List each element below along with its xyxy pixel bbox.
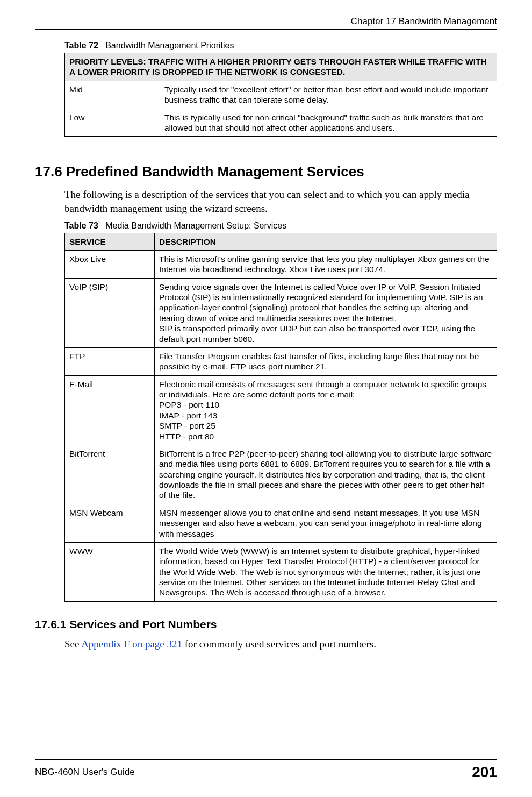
service-name: MSN Webcam [65,504,155,542]
table-row: Low This is typically used for non-criti… [65,109,497,137]
table73-col1-header: SERVICE [65,233,155,250]
table-row: FTP File Transfer Program enables fast t… [65,347,497,375]
table-row: Mid Typically used for "excellent effort… [65,81,497,109]
table73: SERVICE DESCRIPTION Xbox Live This is Mi… [64,233,497,602]
service-desc: The World Wide Web (WWW) is an Internet … [155,542,497,601]
table-row: MSN Webcam MSN messenger allows you to c… [65,504,497,542]
section-17-6-paragraph: The following is a description of the se… [64,188,497,215]
table72-caption-num: Table 72 [64,41,98,50]
table72: PRIORITY LEVELS: TRAFFIC WITH A HIGHER P… [64,53,497,137]
table73-col2-header: DESCRIPTION [155,233,497,250]
section-17-6-1-paragraph: See Appendix F on page 321 for commonly … [64,637,497,651]
service-desc: Electronic mail consists of messages sen… [155,375,497,445]
table72-caption: Table 72 Bandwidth Management Priorities [64,41,497,51]
service-name: VoIP (SIP) [65,278,155,347]
priority-level: Mid [65,81,160,109]
page-content: Table 72 Bandwidth Management Priorities… [64,41,497,651]
priority-desc: Typically used for "excellent effort" or… [160,81,497,109]
table73-caption-text: Media Bandwidth Management Setup: Servic… [105,221,286,230]
service-name: WWW [65,542,155,601]
table-header-row: PRIORITY LEVELS: TRAFFIC WITH A HIGHER P… [65,53,497,81]
table72-header: PRIORITY LEVELS: TRAFFIC WITH A HIGHER P… [65,53,497,81]
page-header: Chapter 17 Bandwidth Management [35,16,497,30]
service-desc: Sending voice signals over the Internet … [155,278,497,347]
table73-caption-num: Table 73 [64,221,98,230]
table-row: WWW The World Wide Web (WWW) is an Inter… [65,542,497,601]
footer-guide-name: NBG-460N User's Guide [35,767,135,778]
service-desc: MSN messenger allows you to chat online … [155,504,497,542]
service-desc: File Transfer Program enables fast trans… [155,347,497,375]
table-row: E-Mail Electronic mail consists of messa… [65,375,497,445]
table-header-row: SERVICE DESCRIPTION [65,233,497,250]
para-text-post: for commonly used services and port numb… [182,638,376,650]
table-row: BitTorrent BitTorrent is a free P2P (pee… [65,445,497,504]
page: Chapter 17 Bandwidth Management Table 72… [0,0,532,797]
table73-caption: Table 73 Media Bandwidth Management Setu… [64,221,497,231]
priority-level: Low [65,109,160,137]
page-footer: NBG-460N User's Guide 201 [35,759,497,781]
service-name: FTP [65,347,155,375]
footer-page-number: 201 [472,764,497,781]
chapter-label: Chapter 17 Bandwidth Management [35,16,497,27]
service-desc: This is Microsoft's online gaming servic… [155,250,497,278]
section-17-6-1-heading: 17.6.1 Services and Port Numbers [35,618,497,631]
table-row: VoIP (SIP) Sending voice signals over th… [65,278,497,347]
service-name: Xbox Live [65,250,155,278]
priority-desc: This is typically used for non-critical … [160,109,497,137]
table-row: Xbox Live This is Microsoft's online gam… [65,250,497,278]
service-desc: BitTorrent is a free P2P (peer-to-peer) … [155,445,497,504]
section-17-6-heading: 17.6 Predefined Bandwidth Management Ser… [35,163,497,180]
appendix-link[interactable]: Appendix F on page 321 [81,638,182,650]
para-text-pre: See [64,638,81,650]
service-name: E-Mail [65,375,155,445]
service-name: BitTorrent [65,445,155,504]
table72-caption-text: Bandwidth Management Priorities [105,41,234,50]
